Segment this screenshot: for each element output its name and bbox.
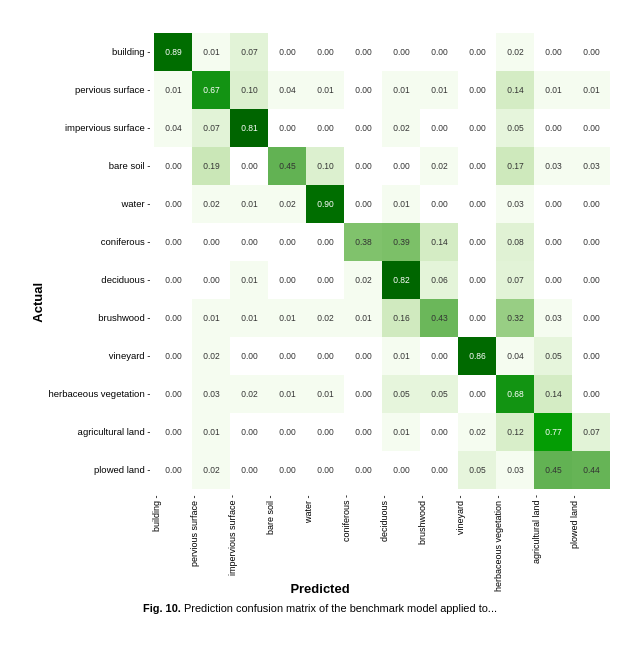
y-axis-label: Actual: [30, 283, 45, 323]
col-labels-row: building -pervious surface -impervious s…: [49, 493, 611, 573]
matrix-cell: 0.04: [154, 109, 192, 147]
col-label: herbaceous vegetation -: [493, 493, 531, 573]
matrix-cell: 0.00: [344, 33, 382, 71]
row-label: vineyard -: [49, 337, 151, 375]
matrix-cell: 0.10: [230, 71, 268, 109]
matrix-cell: 0.00: [344, 71, 382, 109]
col-label: deciduous -: [379, 493, 417, 573]
matrix-cell: 0.01: [154, 71, 192, 109]
row-label: herbaceous vegetation -: [49, 375, 151, 413]
row-label: bare soil -: [49, 147, 151, 185]
matrix-cell: 0.00: [344, 185, 382, 223]
matrix-cell: 0.05: [458, 451, 496, 489]
matrix-cell: 0.06: [420, 261, 458, 299]
caption: Fig. 10. Prediction confusion matrix of …: [143, 602, 497, 614]
matrix-cell: 0.00: [458, 33, 496, 71]
table-row: 0.000.190.000.450.100.000.000.020.000.17…: [154, 147, 610, 185]
matrix-cell: 0.00: [572, 261, 610, 299]
matrix-cell: 0.00: [268, 109, 306, 147]
matrix-cell: 0.00: [268, 261, 306, 299]
matrix-cell: 0.45: [534, 451, 572, 489]
matrix-cell: 0.02: [192, 451, 230, 489]
table-row: 0.890.010.070.000.000.000.000.000.000.02…: [154, 33, 610, 71]
matrix-cell: 0.00: [306, 337, 344, 375]
matrix-cell: 0.00: [230, 413, 268, 451]
col-label: impervious surface -: [227, 493, 265, 573]
matrix-cell: 0.00: [458, 261, 496, 299]
matrix-cell: 0.00: [572, 33, 610, 71]
matrix-cell: 0.00: [154, 451, 192, 489]
matrix-cell: 0.02: [230, 375, 268, 413]
matrix-cell: 0.45: [268, 147, 306, 185]
matrix-cell: 0.00: [154, 299, 192, 337]
matrix-cell: 0.00: [344, 109, 382, 147]
matrix-cell: 0.00: [268, 33, 306, 71]
matrix-cell: 0.03: [496, 451, 534, 489]
matrix-cell: 0.00: [572, 375, 610, 413]
matrix-cell: 0.01: [382, 185, 420, 223]
matrix-cell: 0.00: [534, 223, 572, 261]
matrix-cell: 0.00: [572, 299, 610, 337]
matrix-cell: 0.00: [306, 413, 344, 451]
matrix-cell: 0.01: [230, 185, 268, 223]
matrix-cell: 0.00: [344, 413, 382, 451]
matrix-cell: 0.00: [534, 185, 572, 223]
matrix-cell: 0.00: [154, 261, 192, 299]
matrix-section: building -pervious surface -impervious s…: [49, 33, 611, 573]
row-labels-and-grid: building -pervious surface -impervious s…: [49, 33, 611, 489]
matrix-cell: 0.08: [496, 223, 534, 261]
matrix-cell: 0.01: [306, 71, 344, 109]
matrix-cell: 0.00: [154, 185, 192, 223]
chart-area: Actual building -pervious surface -imper…: [30, 33, 611, 573]
row-label: building -: [49, 33, 151, 71]
matrix-cell: 0.00: [420, 185, 458, 223]
col-label: water -: [303, 493, 341, 573]
matrix-cell: 0.89: [154, 33, 192, 71]
matrix-cell: 0.19: [192, 147, 230, 185]
matrix-cell: 0.68: [496, 375, 534, 413]
col-label: agricultural land -: [531, 493, 569, 573]
matrix-cell: 0.00: [306, 223, 344, 261]
col-label: vineyard -: [455, 493, 493, 573]
matrix-cell: 0.17: [496, 147, 534, 185]
matrix-cell: 0.00: [344, 147, 382, 185]
row-label: brushwood -: [49, 299, 151, 337]
matrix-cell: 0.00: [458, 71, 496, 109]
matrix-cell: 0.00: [192, 261, 230, 299]
table-row: 0.000.010.010.010.020.010.160.430.000.32…: [154, 299, 610, 337]
matrix-cell: 0.04: [268, 71, 306, 109]
matrix-cell: 0.00: [572, 109, 610, 147]
matrix-cell: 0.00: [420, 413, 458, 451]
matrix-cell: 0.00: [458, 109, 496, 147]
matrix-cell: 0.02: [458, 413, 496, 451]
matrix-cell: 0.00: [458, 299, 496, 337]
matrix-cell: 0.01: [268, 375, 306, 413]
matrix-cell: 0.00: [420, 451, 458, 489]
matrix-cell: 0.00: [306, 451, 344, 489]
matrix-cell: 0.00: [344, 375, 382, 413]
col-label: plowed land -: [569, 493, 607, 573]
matrix-cell: 0.03: [572, 147, 610, 185]
matrix-cell: 0.02: [306, 299, 344, 337]
col-label: building -: [151, 493, 189, 573]
table-row: 0.000.000.010.000.000.020.820.060.000.07…: [154, 261, 610, 299]
confusion-matrix-container: Actual building -pervious surface -imper…: [0, 23, 640, 644]
table-row: 0.000.010.000.000.000.000.010.000.020.12…: [154, 413, 610, 451]
table-row: 0.000.020.000.000.000.000.000.000.050.03…: [154, 451, 610, 489]
matrix-cell: 0.00: [268, 337, 306, 375]
col-label: coniferous -: [341, 493, 379, 573]
matrix-cell: 0.02: [496, 33, 534, 71]
matrix-cell: 0.07: [572, 413, 610, 451]
matrix-cell: 0.01: [230, 261, 268, 299]
row-label: agricultural land -: [49, 413, 151, 451]
matrix-cell: 0.01: [230, 299, 268, 337]
matrix-cell: 0.00: [268, 413, 306, 451]
matrix-cell: 0.02: [420, 147, 458, 185]
matrix-cell: 0.03: [496, 185, 534, 223]
matrix-cell: 0.00: [306, 261, 344, 299]
matrix-cell: 0.38: [344, 223, 382, 261]
matrix-cell: 0.02: [192, 337, 230, 375]
matrix-cell: 0.00: [154, 375, 192, 413]
matrix-cell: 0.14: [496, 71, 534, 109]
matrix-cell: 0.00: [534, 33, 572, 71]
